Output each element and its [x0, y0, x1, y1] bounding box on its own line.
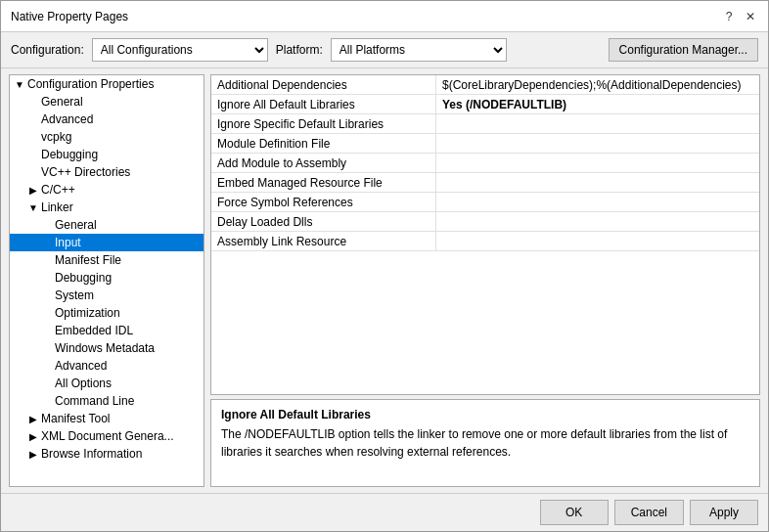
- tree-item-xml-doc[interactable]: ▶XML Document Genera...: [10, 427, 204, 445]
- tree-label-linker-debugging: Debugging: [55, 271, 112, 285]
- tree-item-config-props[interactable]: ▼Configuration Properties: [10, 75, 204, 93]
- platform-label: Platform:: [276, 43, 323, 57]
- tree-item-system[interactable]: System: [10, 287, 204, 304]
- configuration-select[interactable]: All Configurations: [92, 38, 268, 62]
- prop-row-2[interactable]: Ignore Specific Default Libraries: [211, 114, 759, 134]
- tree-label-windows-metadata: Windows Metadata: [55, 341, 155, 355]
- prop-row-6[interactable]: Force Symbol References: [211, 193, 759, 212]
- tree-expander-manifest-tool: ▶: [27, 414, 39, 424]
- content: ▼Configuration PropertiesGeneralAdvanced…: [1, 68, 768, 493]
- help-button[interactable]: ?: [721, 9, 737, 24]
- tree-item-command-line[interactable]: Command Line: [10, 392, 204, 410]
- tree-expander-cpp: ▶: [27, 185, 39, 196]
- prop-name-3: Module Definition File: [211, 134, 436, 153]
- tree-expander-config-props: ▼: [14, 79, 25, 90]
- tree-label-advanced-linker: Advanced: [55, 359, 107, 373]
- prop-row-0[interactable]: Additional Dependencies$(CoreLibraryDepe…: [211, 75, 759, 95]
- tree-item-windows-metadata[interactable]: Windows Metadata: [10, 339, 204, 357]
- prop-value-6: [436, 193, 759, 211]
- platform-select[interactable]: All Platforms: [331, 38, 507, 62]
- tree-label-all-options: All Options: [55, 377, 112, 390]
- tree-item-general[interactable]: General: [10, 93, 204, 111]
- tree-item-cpp[interactable]: ▶C/C++: [10, 181, 204, 199]
- config-manager-button[interactable]: Configuration Manager...: [609, 38, 758, 62]
- title-bar: Native Property Pages ? ✕: [1, 1, 768, 32]
- dialog-title: Native Property Pages: [11, 10, 128, 23]
- tree-item-linker-debugging[interactable]: Debugging: [10, 269, 204, 287]
- prop-row-8[interactable]: Assembly Link Resource: [211, 232, 759, 251]
- close-button[interactable]: ✕: [743, 9, 758, 24]
- prop-name-7: Delay Loaded Dlls: [211, 212, 436, 231]
- tree-item-all-options[interactable]: All Options: [10, 375, 204, 392]
- tree-label-embedded-idl: Embedded IDL: [55, 324, 133, 337]
- dialog: Native Property Pages ? ✕ Configuration:…: [0, 0, 769, 532]
- toolbar: Configuration: All Configurations Platfo…: [1, 32, 768, 68]
- title-bar-controls: ? ✕: [721, 9, 758, 24]
- prop-value-8: [436, 232, 759, 250]
- tree-expander-xml-doc: ▶: [27, 431, 39, 442]
- tree-item-optimization[interactable]: Optimization: [10, 304, 204, 322]
- tree-item-manifest-tool[interactable]: ▶Manifest Tool: [10, 410, 204, 427]
- tree-label-advanced-top: Advanced: [41, 112, 93, 126]
- right-panel: Additional Dependencies$(CoreLibraryDepe…: [210, 74, 760, 487]
- footer: OK Cancel Apply: [1, 493, 768, 531]
- description-title: Ignore All Default Libraries: [221, 408, 749, 421]
- ok-button[interactable]: OK: [540, 500, 609, 525]
- tree-item-browse-info[interactable]: ▶Browse Information: [10, 445, 204, 463]
- tree-item-linker-input[interactable]: Input: [10, 234, 204, 251]
- tree-item-linker[interactable]: ▼Linker: [10, 199, 204, 216]
- prop-value-0: $(CoreLibraryDependencies);%(AdditionalD…: [436, 75, 759, 94]
- prop-name-5: Embed Managed Resource File: [211, 173, 436, 192]
- prop-row-4[interactable]: Add Module to Assembly: [211, 154, 759, 173]
- prop-name-0: Additional Dependencies: [211, 75, 436, 94]
- tree-item-linker-general[interactable]: General: [10, 216, 204, 234]
- prop-value-1: Yes (/NODEFAULTLIB): [436, 95, 759, 113]
- tree-label-manifest-file: Manifest File: [55, 253, 121, 267]
- prop-value-5: [436, 173, 759, 192]
- tree-label-cpp: C/C++: [41, 183, 75, 197]
- prop-row-7[interactable]: Delay Loaded Dlls: [211, 212, 759, 232]
- properties-grid: Additional Dependencies$(CoreLibraryDepe…: [210, 74, 760, 395]
- tree-item-vcpkg[interactable]: vcpkg: [10, 128, 204, 146]
- tree-label-vcpkg: vcpkg: [41, 130, 71, 144]
- tree-item-embedded-idl[interactable]: Embedded IDL: [10, 322, 204, 339]
- tree-label-command-line: Command Line: [55, 394, 134, 408]
- prop-name-1: Ignore All Default Libraries: [211, 95, 436, 113]
- tree-label-xml-doc: XML Document Genera...: [41, 429, 174, 443]
- prop-name-6: Force Symbol References: [211, 193, 436, 211]
- cancel-button[interactable]: Cancel: [614, 500, 684, 525]
- tree-item-advanced-top[interactable]: Advanced: [10, 111, 204, 128]
- tree-label-browse-info: Browse Information: [41, 447, 142, 461]
- prop-value-7: [436, 212, 759, 231]
- prop-value-2: [436, 114, 759, 133]
- prop-value-3: [436, 134, 759, 153]
- tree-label-linker: Linker: [41, 200, 73, 214]
- tree-label-debugging: Debugging: [41, 148, 98, 161]
- tree-label-config-props: Configuration Properties: [27, 77, 154, 91]
- tree-label-optimization: Optimization: [55, 306, 120, 320]
- prop-name-2: Ignore Specific Default Libraries: [211, 114, 436, 133]
- tree-label-general: General: [41, 95, 83, 109]
- tree-panel: ▼Configuration PropertiesGeneralAdvanced…: [9, 74, 204, 487]
- tree-expander-linker: ▼: [27, 202, 39, 213]
- prop-row-3[interactable]: Module Definition File: [211, 134, 759, 154]
- tree-item-debugging[interactable]: Debugging: [10, 146, 204, 163]
- description-text: The /NODEFAULTLIB option tells the linke…: [221, 425, 749, 461]
- apply-button[interactable]: Apply: [690, 500, 758, 525]
- tree-item-vc-dirs[interactable]: VC++ Directories: [10, 163, 204, 181]
- tree-item-advanced-linker[interactable]: Advanced: [10, 357, 204, 375]
- prop-row-1[interactable]: Ignore All Default LibrariesYes (/NODEFA…: [211, 95, 759, 114]
- tree-label-system: System: [55, 288, 94, 302]
- tree-label-vc-dirs: VC++ Directories: [41, 165, 130, 179]
- prop-name-8: Assembly Link Resource: [211, 232, 436, 250]
- tree-label-linker-input: Input: [55, 236, 81, 249]
- config-label: Configuration:: [11, 43, 84, 57]
- prop-value-4: [436, 154, 759, 172]
- tree-item-manifest-file[interactable]: Manifest File: [10, 251, 204, 269]
- description-panel: Ignore All Default Libraries The /NODEFA…: [210, 399, 760, 487]
- tree-label-linker-general: General: [55, 218, 97, 232]
- prop-row-5[interactable]: Embed Managed Resource File: [211, 173, 759, 193]
- tree-label-manifest-tool: Manifest Tool: [41, 412, 110, 425]
- tree-expander-browse-info: ▶: [27, 449, 39, 460]
- prop-name-4: Add Module to Assembly: [211, 154, 436, 172]
